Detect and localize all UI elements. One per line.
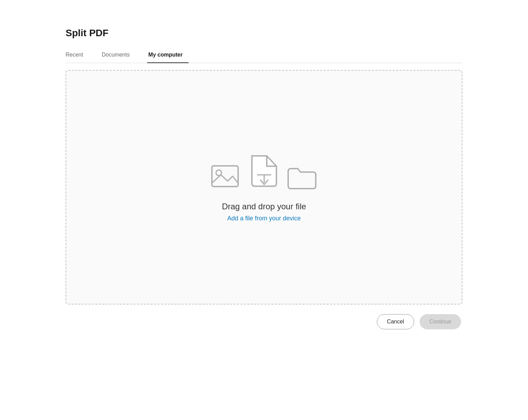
tab-my-computer[interactable]: My computer [147,48,189,63]
drop-zone-icons [209,152,319,192]
tab-recent[interactable]: Recent [66,48,89,63]
dialog-footer: Cancel Continue [66,314,462,329]
add-file-link[interactable]: Add a file from your device [227,215,301,222]
drop-zone[interactable]: Drag and drop your file Add a file from … [66,70,462,304]
continue-button: Continue [420,314,461,329]
document-icon [244,152,284,192]
drop-zone-text: Drag and drop your file [222,202,306,211]
tab-documents[interactable]: Documents [100,48,136,63]
svg-rect-0 [212,166,238,187]
folder-icon [285,162,319,192]
dialog-title: Split PDF [66,28,462,39]
cancel-button[interactable]: Cancel [377,314,414,329]
split-pdf-dialog: Split PDF Recent Documents My computer [52,14,476,343]
image-icon [209,162,244,192]
tab-bar: Recent Documents My computer [66,48,462,63]
